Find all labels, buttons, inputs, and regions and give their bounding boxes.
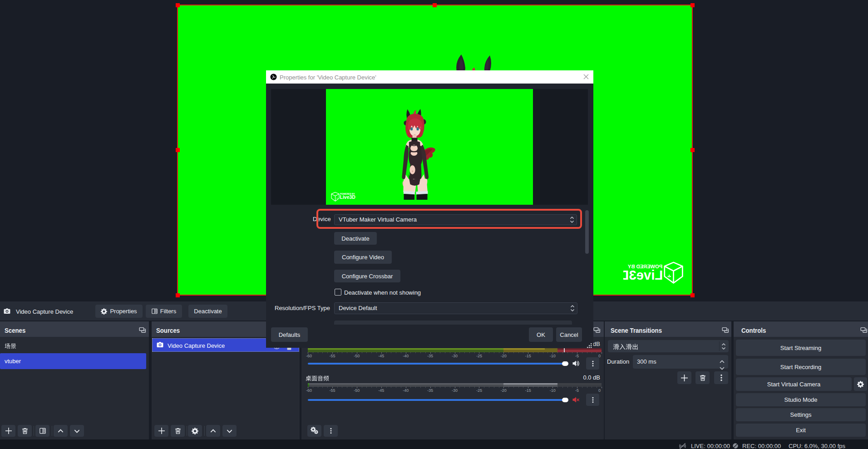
svg-text:Live3D: Live3D — [623, 267, 663, 282]
svg-text:Live3D: Live3D — [340, 194, 356, 200]
